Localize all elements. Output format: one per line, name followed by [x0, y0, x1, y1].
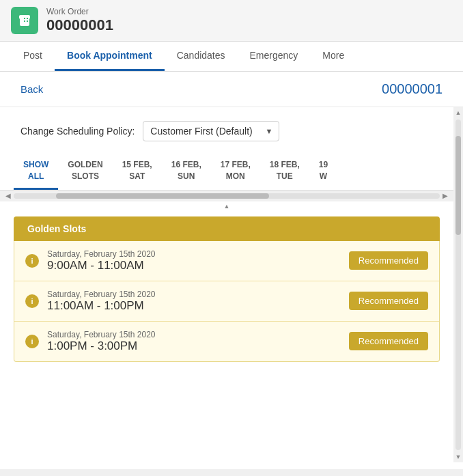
v-scroll-track: [455, 120, 461, 450]
slot-date-1: Saturday, February 15th 2020: [47, 249, 341, 259]
slot-row: i Saturday, February 15th 2020 9:00AM - …: [14, 241, 439, 281]
v-scroll-thumb[interactable]: [455, 136, 461, 235]
policy-label: Change Scheduling Policy:: [20, 126, 135, 137]
info-icon-1[interactable]: i: [25, 254, 39, 268]
date-tab-19-feb[interactable]: 19 W: [309, 152, 337, 190]
info-icon-3[interactable]: i: [25, 335, 39, 348]
vertical-scrollbar: ▲ ▼: [453, 107, 463, 462]
date-tab-16-feb[interactable]: 16 FEB, SUN: [162, 152, 211, 190]
slot-time-3: 1:00PM - 3:00PM: [47, 339, 341, 353]
h-scroll-thumb[interactable]: [56, 193, 269, 199]
tab-book-appointment[interactable]: Book Appointment: [55, 42, 165, 71]
header: Work Order 00000001: [0, 0, 463, 42]
date-tab-18-feb[interactable]: 18 FEB, TUE: [260, 152, 309, 190]
date-tab-17-feb[interactable]: 17 FEB, MON: [211, 152, 260, 190]
slot-date-3: Saturday, February 15th 2020: [47, 330, 341, 339]
slot-info-3: Saturday, February 15th 2020 1:00PM - 3:…: [47, 330, 341, 353]
slot-info-1: Saturday, February 15th 2020 9:00AM - 11…: [47, 249, 341, 272]
scroll-up-arrow[interactable]: ▲: [455, 107, 462, 118]
recommended-badge-2[interactable]: Recommended: [349, 292, 428, 310]
main-content: Back 00000001 Change Scheduling Policy: …: [0, 72, 463, 469]
back-button[interactable]: Back: [20, 83, 43, 95]
tab-candidates[interactable]: Candidates: [165, 42, 238, 71]
slot-info-2: Saturday, February 15th 2020 11:00AM - 1…: [47, 290, 341, 313]
slot-row: i Saturday, February 15th 2020 1:00PM - …: [14, 322, 439, 361]
h-scroll-track: [14, 193, 440, 199]
tab-post[interactable]: Post: [11, 42, 55, 71]
work-order-icon: [11, 7, 38, 34]
work-order-value: 00000001: [46, 16, 113, 34]
tab-bar: Post Book Appointment Candidates Emergen…: [0, 42, 463, 72]
date-tab-show-all[interactable]: SHOW ALL: [14, 152, 58, 190]
slot-time-2: 11:00AM - 1:00PM: [47, 299, 341, 313]
horizontal-scrollbar: ◀ ▶: [0, 191, 453, 201]
back-bar: Back 00000001: [0, 72, 463, 107]
scroll-left-arrow[interactable]: ◀: [3, 192, 14, 199]
work-order-label: Work Order: [46, 7, 113, 16]
recommended-badge-3[interactable]: Recommended: [349, 332, 428, 350]
slots-container: i Saturday, February 15th 2020 9:00AM - …: [14, 241, 440, 362]
scroll-right-arrow[interactable]: ▶: [440, 192, 451, 199]
header-text: Work Order 00000001: [46, 7, 113, 34]
recommended-badge-1[interactable]: Recommended: [349, 251, 428, 270]
tab-emergency[interactable]: Emergency: [238, 42, 311, 71]
slot-time-1: 9:00AM - 11:00AM: [47, 259, 341, 272]
page-title: 00000001: [382, 81, 443, 97]
golden-slots-header: Golden Slots: [14, 216, 440, 241]
date-tab-15-feb[interactable]: 15 FEB, SAT: [113, 152, 162, 190]
policy-select[interactable]: Customer First (Default): [143, 121, 279, 141]
tab-more[interactable]: More: [310, 42, 356, 71]
date-tab-golden-slots[interactable]: GOLDEN SLOTS: [58, 152, 112, 190]
info-icon-2[interactable]: i: [25, 294, 39, 308]
policy-select-wrapper: Customer First (Default): [143, 121, 279, 141]
scroll-area: Change Scheduling Policy: Customer First…: [0, 107, 463, 420]
date-tabs: SHOW ALL GOLDEN SLOTS 15 FEB, SAT 16 FEB…: [0, 152, 453, 191]
policy-row: Change Scheduling Policy: Customer First…: [0, 107, 453, 152]
golden-slots-section: Golden Slots i Saturday, February 15th 2…: [0, 216, 453, 362]
slot-date-2: Saturday, February 15th 2020: [47, 290, 341, 299]
slot-row: i Saturday, February 15th 2020 11:00AM -…: [14, 281, 439, 322]
scroll-down-arrow[interactable]: ▼: [455, 451, 462, 462]
inner-content: Back 00000001 Change Scheduling Policy: …: [0, 72, 463, 469]
scroll-up-indicator[interactable]: [0, 201, 453, 211]
